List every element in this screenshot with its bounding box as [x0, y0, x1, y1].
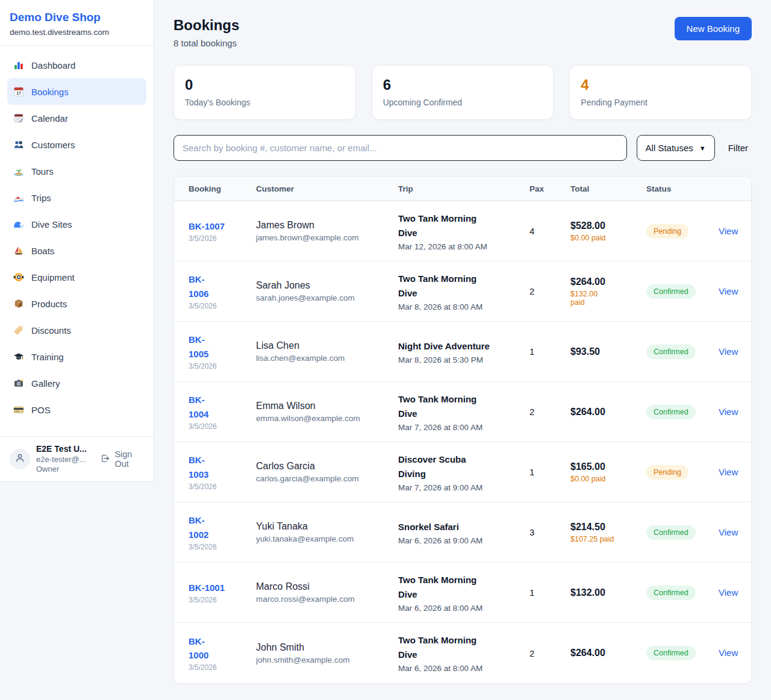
view-link[interactable]: View	[719, 407, 738, 417]
view-link[interactable]: View	[719, 286, 738, 296]
trip-cell: Two Tank Morning DiveMar 6, 2026 at 8:00…	[398, 633, 529, 673]
pax-cell: 3	[529, 527, 570, 537]
shop-domain: demo.test.divestreams.com	[10, 28, 144, 37]
sidebar-item-label: Dashboard	[31, 60, 75, 70]
sidebar-item-label: Training	[31, 352, 64, 362]
customer-cell: John Smithjohn.smith@example.com	[256, 642, 398, 664]
filter-button[interactable]: Filter	[725, 143, 752, 153]
status-badge: Confirmed	[646, 646, 696, 660]
status-cell: Confirmed	[646, 646, 719, 660]
status-badge: Confirmed	[646, 586, 696, 600]
booking-id-link[interactable]: BK-1006	[189, 272, 216, 301]
view-cell: View	[719, 286, 738, 297]
view-cell: View	[719, 648, 738, 658]
total-cell: $132.00	[570, 587, 646, 598]
total-cell: $264.00	[570, 648, 646, 658]
booking-id-link[interactable]: BK-1007	[189, 219, 256, 233]
sidebar-item-tours[interactable]: Tours	[7, 158, 146, 184]
status-cell: Confirmed	[646, 586, 719, 600]
stat-card-upcoming-confirmed: 6Upcoming Confirmed	[372, 65, 554, 120]
total-amount: $264.00	[570, 407, 646, 417]
trip-name: Two Tank Morning Dive	[398, 272, 484, 301]
customer-email: john.smith@example.com	[256, 655, 398, 664]
sidebar-item-label: POS	[31, 405, 51, 415]
status-badge: Pending	[646, 224, 688, 239]
view-link[interactable]: View	[719, 226, 738, 236]
total-amount: $264.00	[570, 277, 646, 287]
total-cell: $214.50$107.25 paid	[570, 522, 646, 543]
status-badge: Confirmed	[646, 345, 696, 359]
sidebar-item-label: Calendar	[31, 113, 68, 123]
column-header-total: Total	[570, 184, 646, 193]
sidebar-item-calendar[interactable]: Calendar	[7, 105, 146, 131]
view-cell: View	[719, 467, 738, 478]
pos-credit-card-icon	[13, 404, 24, 415]
sidebar-item-dive-sites[interactable]: Dive Sites	[7, 211, 146, 237]
sidebar-item-boats[interactable]: Boats	[7, 237, 146, 264]
stat-value: 4	[581, 77, 740, 93]
sidebar-item-training[interactable]: Training	[7, 343, 146, 370]
sidebar-item-label: Equipment	[31, 272, 75, 283]
booking-cell: BK-10023/5/2026	[189, 513, 256, 551]
sidebar-item-gallery[interactable]: Gallery	[7, 370, 146, 396]
sidebar-item-trips[interactable]: Trips	[7, 184, 146, 211]
column-header-status: Status	[646, 184, 719, 193]
view-link[interactable]: View	[719, 648, 738, 658]
total-amount: $214.50	[570, 522, 646, 533]
view-link[interactable]: View	[719, 346, 738, 357]
booking-id-link[interactable]: BK-1002	[189, 513, 216, 542]
paid-amount: $0.00 paid	[570, 475, 646, 483]
total-bookings-count: 8 total bookings	[173, 38, 239, 48]
sign-out-button[interactable]: Sign Out	[101, 449, 144, 469]
sidebar: Demo Dive Shop demo.test.divestreams.com…	[0, 0, 154, 482]
total-amount: $132.00	[570, 587, 646, 598]
booking-id-link[interactable]: BK-1001	[189, 581, 256, 595]
paid-amount: $132.00 paid	[570, 290, 607, 307]
booking-id-link[interactable]: BK-1004	[189, 393, 216, 421]
trip-datetime: Mar 8, 2026 at 5:30 PM	[398, 355, 529, 364]
pax-cell: 2	[529, 648, 570, 658]
search-input[interactable]	[173, 135, 627, 161]
status-select[interactable]: All Statuses ▼	[637, 135, 715, 161]
view-link[interactable]: View	[719, 467, 738, 477]
booking-id-link[interactable]: BK-1000	[189, 634, 216, 663]
booking-id-link[interactable]: BK-1003	[189, 453, 216, 481]
trip-cell: Two Tank Morning DiveMar 6, 2026 at 8:00…	[398, 573, 529, 613]
user-name: E2E Test U...	[36, 444, 95, 455]
customer-cell: James Brownjames.brown@example.com	[256, 220, 398, 242]
view-link[interactable]: View	[719, 587, 738, 598]
customer-cell: Lisa Chenlisa.chen@example.com	[256, 340, 398, 363]
table-body: BK-10073/5/2026James Brownjames.brown@ex…	[174, 201, 751, 683]
pax-cell: 1	[529, 587, 570, 598]
sidebar-item-products[interactable]: Products	[7, 290, 146, 317]
trip-cell: Two Tank Morning DiveMar 12, 2026 at 8:0…	[398, 211, 529, 251]
stat-label: Upcoming Confirmed	[383, 98, 543, 107]
sidebar-item-discounts[interactable]: Discounts	[7, 317, 146, 343]
status-cell: Confirmed	[646, 525, 719, 540]
customer-email: marco.rossi@example.com	[256, 595, 398, 604]
booking-date: 3/5/2026	[189, 663, 256, 672]
pax-cell: 4	[529, 226, 570, 236]
total-amount: $165.00	[570, 461, 646, 472]
sidebar-item-customers[interactable]: Customers	[7, 131, 146, 158]
sidebar-item-equipment[interactable]: Equipment	[7, 264, 146, 290]
trip-datetime: Mar 6, 2026 at 9:00 AM	[398, 536, 529, 545]
sidebar-item-dashboard[interactable]: Dashboard	[7, 52, 146, 78]
trip-cell: Discover Scuba DivingMar 7, 2026 at 9:00…	[398, 452, 529, 492]
customer-email: lisa.chen@example.com	[256, 354, 398, 363]
sidebar-nav: Dashboard17BookingsCalendarCustomersTour…	[0, 46, 154, 429]
stat-label: Pending Payment	[581, 98, 740, 107]
trip-datetime: Mar 8, 2026 at 8:00 AM	[398, 302, 529, 311]
customer-email: james.brown@example.com	[256, 233, 398, 242]
sidebar-item-bookings[interactable]: 17Bookings	[7, 78, 146, 105]
booking-cell: BK-10013/5/2026	[189, 581, 256, 604]
sidebar-item-pos[interactable]: POS	[7, 396, 146, 423]
customer-cell: Sarah Jonessarah.jones@example.com	[256, 280, 398, 302]
status-cell: Confirmed	[646, 405, 719, 419]
trip-name: Two Tank Morning Dive	[398, 573, 484, 602]
booking-id-link[interactable]: BK-1005	[189, 333, 216, 361]
dashboard-icon	[13, 60, 24, 70]
status-badge: Pending	[646, 465, 688, 480]
view-link[interactable]: View	[719, 527, 738, 537]
new-booking-button[interactable]: New Booking	[675, 17, 752, 40]
